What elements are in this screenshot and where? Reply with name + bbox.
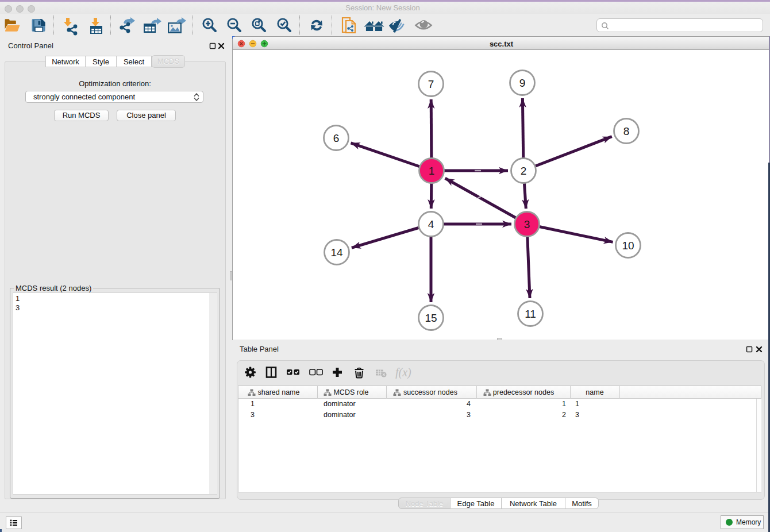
svg-text:2: 2 [521, 165, 527, 177]
svg-text:7: 7 [428, 78, 434, 90]
svg-text:11: 11 [525, 308, 536, 320]
svg-text:1: 1 [429, 165, 435, 177]
svg-text:10: 10 [622, 240, 634, 252]
svg-text:14: 14 [330, 246, 343, 259]
svg-text:4: 4 [428, 218, 434, 230]
svg-text:6: 6 [333, 132, 340, 144]
svg-text:f(x): f(x) [395, 366, 411, 379]
svg-text:15: 15 [425, 312, 437, 324]
svg-text:8: 8 [623, 125, 630, 137]
svg-text:3: 3 [524, 218, 530, 230]
svg-text:9: 9 [519, 77, 526, 89]
